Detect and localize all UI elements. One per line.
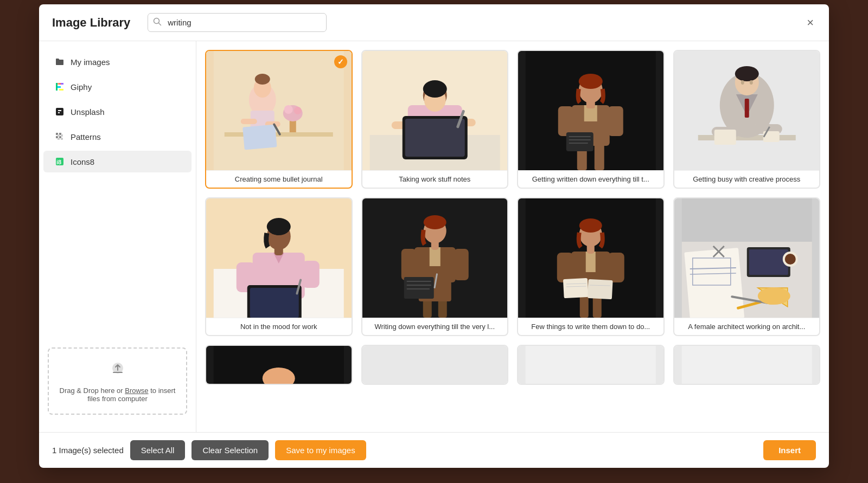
image-thumb-4 [674, 51, 820, 170]
upload-drag-text: Drag & Drop here or [60, 387, 125, 395]
image-label-7: Few things to write them down to do... [518, 318, 663, 335]
svg-rect-63 [744, 99, 749, 118]
image-card-10[interactable] [361, 345, 509, 385]
svg-rect-2 [56, 83, 58, 91]
svg-rect-92 [401, 249, 416, 280]
image-label-3: Getting written down everything till t..… [518, 170, 663, 188]
selected-badge-1: ✓ [334, 55, 347, 68]
svg-rect-136 [369, 346, 500, 384]
svg-rect-15 [58, 138, 60, 140]
image-card-3[interactable]: Getting written down everything till t..… [517, 50, 665, 189]
svg-rect-31 [241, 119, 257, 124]
image-card-2[interactable]: Taking work stuff notes [361, 50, 509, 189]
image-thumb-1 [206, 51, 352, 170]
sidebar-patterns-label: Patterns [71, 132, 101, 141]
upload-area[interactable]: Drag & Drop here or Browse to insert fil… [48, 347, 187, 415]
image-card-7[interactable]: Few things to write them down to do... [517, 197, 665, 336]
image-card-12[interactable] [673, 345, 821, 385]
svg-rect-3 [58, 83, 59, 85]
sidebar-icons8-label: Icons8 [71, 157, 94, 166]
image-thumb-2 [362, 51, 508, 170]
svg-text:i8: i8 [56, 159, 61, 165]
svg-rect-137 [526, 346, 656, 384]
image-thumb-3 [518, 51, 663, 170]
image-thumb-8 [674, 198, 820, 318]
sidebar: My images Giphy [39, 41, 196, 432]
image-card-5[interactable]: Not in the mood for work [205, 197, 353, 336]
image-card-8[interactable]: A female architect working on archit... [673, 197, 821, 336]
svg-point-67 [735, 66, 758, 81]
image-thumb-11 [518, 346, 663, 384]
upload-icon [107, 359, 129, 381]
modal-header: Image Library writing × [39, 4, 829, 41]
svg-rect-110 [588, 279, 613, 299]
image-thumb-5 [206, 198, 352, 318]
search-input[interactable]: writing [148, 13, 327, 32]
svg-point-29 [255, 74, 270, 85]
svg-point-25 [294, 107, 302, 114]
giphy-icon [54, 81, 65, 92]
image-card-4[interactable]: Getting busy with creative process [673, 50, 821, 189]
svg-point-129 [784, 254, 795, 265]
save-to-images-button[interactable]: Save to my images [275, 440, 366, 460]
close-button[interactable]: × [805, 14, 816, 32]
modal-overlay: Image Library writing × [0, 0, 868, 483]
svg-rect-79 [302, 261, 320, 288]
image-label-1: Creating some bullet journal [206, 170, 352, 188]
svg-rect-108 [608, 253, 624, 282]
modal-title: Image Library [52, 16, 130, 30]
svg-point-59 [579, 74, 603, 89]
search-icon [153, 17, 162, 28]
svg-rect-106 [586, 252, 596, 272]
select-all-button[interactable]: Select All [130, 440, 186, 460]
insert-button[interactable]: Insert [763, 440, 816, 460]
image-thumb-10 [362, 346, 508, 384]
folder-icon [54, 56, 65, 67]
sidebar-item-giphy[interactable]: Giphy [43, 76, 192, 98]
modal-body: My images Giphy [39, 41, 829, 432]
image-thumb-12 [674, 346, 820, 384]
svg-rect-107 [557, 253, 573, 282]
svg-rect-81 [250, 288, 299, 318]
svg-point-69 [749, 80, 752, 85]
icons8-icon: i8 [54, 156, 65, 167]
svg-line-1 [159, 23, 161, 25]
image-card-11[interactable] [517, 345, 665, 385]
svg-rect-70 [714, 130, 736, 145]
image-label-6: Writing down everything till the very l.… [362, 318, 508, 335]
search-container: writing [148, 13, 327, 32]
svg-rect-33 [242, 124, 277, 150]
svg-point-116 [579, 218, 602, 233]
svg-point-68 [741, 80, 744, 85]
upload-text: Drag & Drop here or Browse to insert fil… [58, 387, 177, 403]
image-label-5: Not in the mood for work [206, 318, 352, 335]
selection-count: 1 Image(s) selected [52, 446, 124, 455]
sidebar-item-unsplash[interactable]: Unsplash [43, 101, 192, 123]
svg-rect-52 [608, 106, 623, 136]
image-card-9[interactable] [205, 345, 353, 385]
svg-rect-44 [405, 119, 464, 157]
sidebar-giphy-label: Giphy [71, 82, 92, 92]
svg-rect-8 [56, 108, 63, 115]
image-thumb-7 [518, 198, 663, 318]
sidebar-item-my-images[interactable]: My images [43, 51, 192, 73]
image-label-4: Getting busy with creative process [674, 170, 820, 188]
image-thumb-9 [206, 346, 352, 384]
sidebar-my-images-label: My images [71, 57, 110, 67]
svg-rect-13 [58, 134, 60, 137]
clear-selection-button[interactable]: Clear Selection [192, 440, 269, 460]
image-card-6[interactable]: Writing down everything till the very l.… [361, 197, 509, 336]
svg-rect-138 [681, 346, 812, 384]
sidebar-item-icons8[interactable]: i8 Icons8 [43, 151, 192, 172]
browse-link[interactable]: Browse [125, 387, 148, 395]
svg-rect-4 [59, 83, 61, 85]
sidebar-unsplash-label: Unsplash [71, 107, 105, 117]
svg-rect-7 [59, 89, 63, 91]
svg-rect-109 [563, 278, 589, 298]
image-card-1[interactable]: ✓ [205, 50, 353, 189]
sidebar-item-patterns[interactable]: Patterns [43, 126, 192, 147]
image-grid: ✓ [205, 50, 820, 385]
svg-rect-91 [429, 247, 440, 266]
svg-point-40 [423, 80, 446, 98]
svg-rect-53 [566, 132, 593, 151]
